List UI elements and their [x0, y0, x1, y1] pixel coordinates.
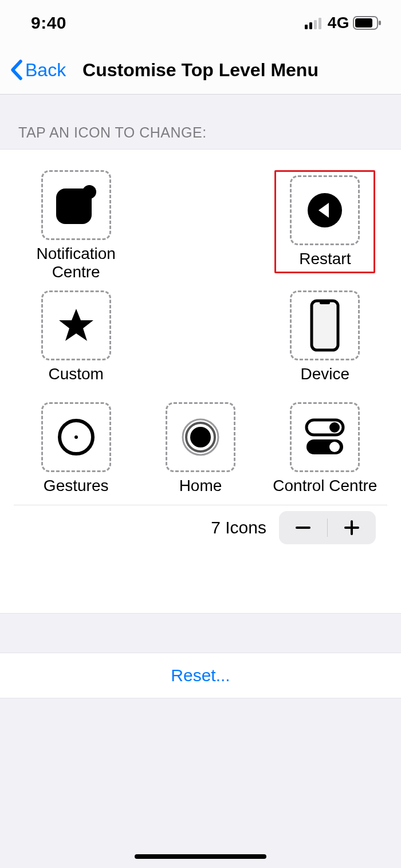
home-icon — [182, 418, 219, 456]
svg-marker-11 — [59, 309, 93, 341]
svg-rect-12 — [312, 301, 338, 350]
screen: 9:40 4G Back Customise Top Level — [0, 0, 401, 868]
icon-count-label: 7 Icons — [211, 518, 266, 537]
svg-rect-2 — [314, 20, 317, 29]
svg-rect-3 — [319, 18, 321, 29]
back-label: Back — [25, 60, 66, 81]
icon-box — [290, 290, 360, 360]
icon-label: Restart — [290, 250, 360, 268]
icon-label: Gestures — [44, 477, 109, 495]
section-header: TAP AN ICON TO CHANGE: — [0, 95, 401, 149]
restart-icon — [307, 193, 343, 228]
icon-cell-custom[interactable]: Custom — [14, 281, 138, 393]
svg-rect-25 — [344, 527, 359, 529]
icon-label: Control Centre — [273, 477, 377, 495]
svg-rect-1 — [309, 22, 312, 29]
icon-cell-device[interactable]: Device — [263, 281, 387, 393]
increment-button[interactable] — [328, 511, 376, 544]
nav-bar: Back Customise Top Level Menu — [0, 46, 401, 95]
cellular-signal-icon — [305, 17, 324, 29]
svg-rect-23 — [296, 527, 310, 529]
icon-cell-gestures[interactable]: Gestures — [14, 393, 138, 505]
page-title: Customise Top Level Menu — [82, 60, 319, 80]
chevron-left-icon — [9, 59, 24, 81]
icon-cell-restart[interactable]: Restart — [263, 161, 387, 281]
icon-box — [290, 175, 360, 245]
icon-box — [41, 290, 111, 360]
minus-icon — [296, 527, 310, 529]
icon-box — [166, 402, 235, 472]
status-bar: 9:40 4G — [0, 0, 401, 46]
svg-rect-0 — [305, 25, 308, 29]
icon-cell-empty-1 — [138, 161, 262, 281]
battery-icon — [353, 16, 382, 30]
icon-cell-home[interactable]: Home — [138, 393, 262, 505]
icon-label: Device — [301, 365, 350, 383]
svg-rect-5 — [355, 18, 372, 28]
icon-count-row: 7 Icons — [14, 505, 387, 550]
svg-point-20 — [329, 422, 340, 433]
icon-box — [41, 170, 111, 240]
svg-rect-6 — [379, 21, 381, 25]
status-right: 4G — [305, 14, 382, 32]
icon-count-stepper — [279, 511, 376, 544]
status-time: 9:40 — [31, 13, 66, 33]
svg-point-22 — [329, 442, 340, 452]
home-indicator[interactable] — [135, 854, 266, 859]
back-button[interactable]: Back — [0, 59, 66, 81]
gestures-icon — [57, 418, 95, 456]
network-label: 4G — [328, 14, 349, 32]
icon-label: Home — [179, 477, 222, 495]
icon-box — [290, 402, 360, 472]
control-centre-icon — [304, 418, 345, 457]
svg-rect-13 — [320, 301, 330, 304]
icon-label: Notification Centre — [14, 245, 138, 281]
icon-grid-panel: Notification Centre Restart — [0, 149, 401, 614]
svg-point-8 — [82, 185, 96, 199]
star-icon — [58, 308, 95, 343]
svg-point-18 — [190, 427, 211, 447]
icon-label: Custom — [48, 365, 103, 383]
icon-grid: Notification Centre Restart — [14, 161, 387, 505]
highlight-box: Restart — [274, 170, 375, 273]
icon-cell-control-centre[interactable]: Control Centre — [263, 393, 387, 505]
reset-label: Reset... — [171, 666, 230, 685]
icon-cell-notification-centre[interactable]: Notification Centre — [14, 161, 138, 281]
notification-centre-icon — [55, 185, 97, 225]
decrement-button[interactable] — [279, 511, 327, 544]
plus-icon — [344, 520, 359, 535]
device-icon — [310, 299, 340, 352]
svg-point-15 — [74, 435, 78, 439]
reset-button[interactable]: Reset... — [0, 653, 401, 698]
icon-box — [41, 402, 111, 472]
icon-cell-empty-2 — [138, 281, 262, 393]
